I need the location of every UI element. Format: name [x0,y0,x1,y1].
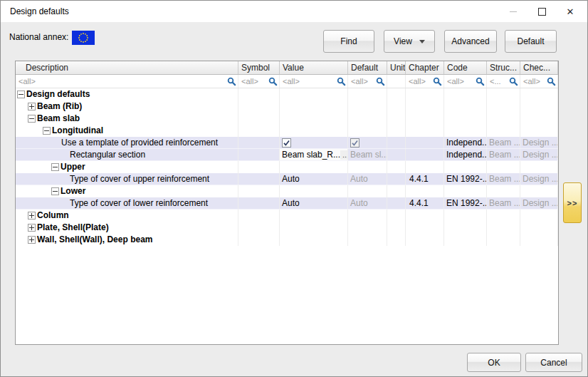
value-cell [280,234,348,246]
value-cell[interactable] [280,137,348,148]
table-row[interactable]: Beam (Rib) [16,100,558,113]
advanced-button[interactable]: Advanced [444,30,497,53]
column-header-code[interactable]: Code [444,61,487,74]
view-button[interactable]: View [384,30,435,53]
find-button[interactable]: Find [323,30,374,53]
filter-cell-code[interactable]: <all> [444,75,487,88]
unit-cell [387,161,406,173]
column-header-unit[interactable]: Unit [387,61,406,74]
close-icon: ✕ [567,7,574,16]
chevron-down-icon [419,40,425,43]
column-header-description[interactable]: Description [16,61,238,74]
filter-cell-value[interactable]: <all> [280,75,348,88]
table-row[interactable]: Rectangular sectionBeam slab_R......Beam… [16,149,558,161]
row-label: Beam (Rib) [37,100,82,113]
filter-value[interactable]: <... [490,77,501,86]
collapse-minus-icon[interactable] [28,115,36,123]
search-icon[interactable] [337,77,346,86]
default-cell: Auto [348,173,387,185]
value-checkbox-checked[interactable] [282,138,291,148]
table-row[interactable]: Use a template of provided reinforcement… [16,137,558,149]
value-cell [280,125,348,137]
ok-button[interactable]: OK [467,353,521,372]
value-cell[interactable]: Auto [280,173,348,185]
search-icon[interactable] [547,77,556,86]
column-header-default[interactable]: Default [348,61,387,74]
table-row[interactable]: Plate, Shell(Plate) [16,222,558,234]
filter-value[interactable]: <all> [409,77,426,86]
column-header-check[interactable]: Chec... [520,61,558,74]
table-row[interactable]: Column [16,210,558,222]
search-icon[interactable] [509,77,518,86]
filter-value[interactable]: <all> [241,77,258,86]
column-header-label: Chapter [409,63,439,73]
code-cell: EN 1992-... [444,173,487,185]
default-cell: Beam sl... [348,149,387,160]
value-cell [280,222,348,234]
description-cell: Plate, Shell(Plate) [16,222,238,234]
default-cell: Auto [348,197,387,209]
table-row[interactable]: Type of cover of upper reinforcementAuto… [16,173,558,185]
collapse-minus-icon[interactable] [51,163,59,171]
value-text[interactable]: Beam slab_R... [282,150,340,160]
filter-cell-structure[interactable]: <... [487,75,520,88]
search-icon[interactable] [433,77,442,86]
table-row[interactable]: Longitudinal [16,125,558,137]
filter-value[interactable]: <all> [283,77,300,86]
filter-value[interactable]: <all> [19,77,36,86]
table-row[interactable]: Design defaults [16,88,558,100]
view-button-label: View [394,36,412,46]
table-row[interactable]: Beam slab [16,113,558,125]
value-cell[interactable]: Beam slab_R...... [280,149,348,160]
browse-button[interactable]: ... [340,150,348,160]
filter-cell-chapter[interactable]: <all> [406,75,444,88]
column-header-structure[interactable]: Struc... [487,61,520,74]
column-header-value[interactable]: Value [280,61,348,74]
search-icon[interactable] [476,77,485,86]
collapse-minus-icon[interactable] [43,127,51,135]
grid-filter-row: <all><all><all><all><all><all><...<all> [16,75,558,88]
expand-plus-icon[interactable] [28,236,36,244]
expand-plus-icon[interactable] [28,224,36,232]
column-header-symbol[interactable]: Symbol [238,61,280,74]
check-text: Design ... [523,150,558,160]
value-text[interactable]: Auto [282,174,300,184]
column-header-chapter[interactable]: Chapter [406,61,444,74]
expand-panel-button[interactable]: >> [563,182,582,223]
search-icon[interactable] [227,77,236,86]
code-cell: Independ... [444,149,487,160]
row-label: Lower [61,185,85,197]
cancel-button[interactable]: Cancel [525,353,582,372]
filter-cell-description[interactable]: <all> [16,75,238,88]
filter-value[interactable]: <all> [523,77,540,86]
collapse-minus-icon[interactable] [51,187,59,195]
minimize-button[interactable] [499,1,527,22]
filter-value[interactable]: <all> [447,77,464,86]
table-row[interactable]: Type of cover of lower reinforcementAuto… [16,197,558,210]
close-button[interactable]: ✕ [556,1,584,22]
structure-cell: Beam ... [487,173,520,185]
table-row[interactable]: Wall, Shell(Wall), Deep beam [16,234,558,246]
search-icon[interactable] [376,77,385,86]
value-text[interactable]: Auto [282,198,300,208]
search-icon[interactable] [268,77,278,86]
filter-cell-symbol[interactable]: <all> [238,75,280,88]
cancel-button-label: Cancel [540,358,567,368]
check-cell: Design ... [520,173,558,185]
expand-plus-icon[interactable] [28,103,36,110]
filter-cell-default[interactable]: <all> [348,75,387,88]
maximize-button[interactable] [527,1,556,22]
collapse-minus-icon[interactable] [17,91,25,98]
table-row[interactable]: Lower [16,185,558,197]
default-cell [348,100,387,113]
structure-cell [487,88,520,100]
filter-value[interactable]: <all> [351,77,368,86]
expand-plus-icon[interactable] [28,212,36,220]
default-button[interactable]: Default [505,30,557,53]
table-row[interactable]: Upper [16,161,558,173]
value-cell[interactable]: Auto [280,197,348,209]
filter-cell-check[interactable]: <all> [520,75,558,88]
maximize-icon [538,8,546,16]
symbol-cell [238,100,280,113]
description-cell: Use a template of provided reinforcement [16,137,238,148]
